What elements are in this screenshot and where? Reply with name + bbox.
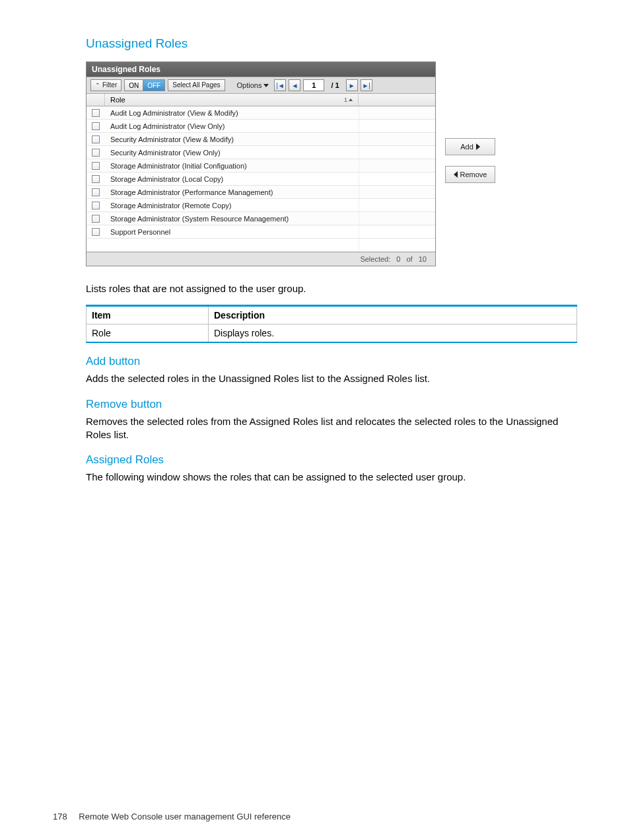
add-button-label: Add (460, 143, 473, 151)
row-checkbox[interactable] (92, 215, 100, 223)
assigned-desc-text: The following window shows the roles tha… (86, 471, 577, 484)
table-row[interactable]: Storage Administrator (Local Copy) (87, 172, 435, 186)
remove-button-label: Remove (460, 171, 487, 178)
column-blank (359, 94, 435, 106)
description-table: Item Description Role Displays roles. (86, 305, 577, 343)
page-number: 178 (53, 812, 67, 821)
role-cell: Storage Administrator (Performance Manag… (105, 188, 359, 196)
page-footer: 178 Remote Web Console user management G… (53, 812, 291, 821)
select-all-pages-button[interactable]: Select All Pages (168, 79, 225, 91)
add-button[interactable]: Add (445, 138, 495, 155)
row-checkbox[interactable] (92, 135, 100, 143)
role-cell: Storage Administrator (System Resource M… (105, 215, 359, 223)
filter-off[interactable]: OFF (143, 80, 164, 91)
selected-count: 0 (396, 255, 400, 263)
th-item: Item (87, 306, 209, 325)
th-desc: Description (209, 306, 577, 325)
row-checkbox[interactable] (92, 162, 100, 170)
grid-body: Audit Log Administrator (View & Modify) … (87, 106, 435, 252)
row-checkbox[interactable] (92, 202, 100, 210)
row-checkbox[interactable] (92, 109, 100, 117)
heading-remove-button: Remove button (86, 398, 577, 411)
td-item: Role (87, 325, 209, 343)
empty-row (87, 239, 435, 252)
role-cell: Support Personnel (105, 228, 359, 236)
filter-on[interactable]: ON (125, 80, 143, 91)
table-row[interactable]: Security Administrator (View & Modify) (87, 133, 435, 146)
table-row[interactable]: Storage Administrator (Performance Manag… (87, 186, 435, 199)
table-row[interactable]: Security Administrator (View Only) (87, 146, 435, 159)
role-cell: Storage Administrator (Local Copy) (105, 175, 359, 183)
row-checkbox[interactable] (92, 188, 100, 196)
page-separator: / 1 (327, 81, 343, 89)
filter-button[interactable]: ⌃ Filter (90, 79, 122, 91)
options-menu[interactable]: Options (234, 81, 272, 89)
table-row[interactable]: Storage Administrator (System Resource M… (87, 212, 435, 225)
grid-header: Role 1 (87, 94, 435, 106)
column-role[interactable]: Role 1 (105, 94, 359, 106)
transfer-buttons: Add Remove (445, 138, 495, 183)
doc-table-row: Role Displays roles. (87, 325, 577, 343)
panel-footer: Selected: 0 of 10 (87, 252, 435, 266)
row-checkbox[interactable] (92, 228, 100, 236)
row-checkbox[interactable] (92, 122, 100, 130)
role-cell: Security Administrator (View & Modify) (105, 135, 359, 143)
options-label: Options (237, 81, 262, 89)
sort-indicator: 1 (344, 96, 353, 103)
remove-desc-text: Removes the selected roles from the Assi… (86, 415, 577, 442)
filter-label: Filter (102, 81, 117, 90)
heading-assigned-roles: Assigned Roles (86, 453, 577, 467)
filter-toggle[interactable]: ON OFF (124, 79, 165, 91)
total-count: 10 (419, 255, 427, 263)
column-role-label: Role (110, 96, 125, 104)
heading-unassigned-roles: Unassigned Roles (86, 36, 577, 51)
panel-toolbar: ⌃ Filter ON OFF Select All Pages Options… (87, 77, 435, 94)
dropdown-icon (263, 84, 269, 87)
td-desc: Displays roles. (209, 325, 577, 343)
remove-button[interactable]: Remove (445, 166, 495, 183)
heading-add-button: Add button (86, 355, 577, 368)
header-checkbox-cell (87, 94, 105, 106)
role-cell: Storage Administrator (Initial Configuat… (105, 162, 359, 170)
table-row[interactable]: Support Personnel (87, 225, 435, 239)
page-last-button[interactable]: ►| (361, 79, 372, 91)
of-label: of (407, 255, 413, 263)
page-current-input[interactable]: 1 (303, 79, 324, 91)
row-checkbox[interactable] (92, 149, 100, 157)
triangle-left-icon (454, 171, 458, 178)
page-first-button[interactable]: |◄ (274, 79, 286, 91)
sort-asc-icon (349, 98, 353, 101)
page-next-button[interactable]: ► (346, 79, 358, 91)
table-row[interactable]: Storage Administrator (Remote Copy) (87, 199, 435, 212)
panel-title: Unassigned Roles (87, 62, 435, 77)
lists-roles-text: Lists roles that are not assigned to the… (86, 282, 577, 295)
table-row[interactable]: Storage Administrator (Initial Configuat… (87, 159, 435, 172)
triangle-right-icon (476, 143, 480, 150)
table-row[interactable]: Audit Log Administrator (View Only) (87, 120, 435, 133)
row-checkbox[interactable] (92, 175, 100, 183)
role-cell: Storage Administrator (Remote Copy) (105, 202, 359, 210)
selected-label: Selected: (360, 255, 390, 263)
role-cell: Security Administrator (View Only) (105, 149, 359, 157)
role-cell: Audit Log Administrator (View Only) (105, 122, 359, 130)
unassigned-roles-panel: Unassigned Roles ⌃ Filter ON OFF Select … (86, 61, 436, 266)
chevron-up-icon: ⌃ (95, 81, 100, 90)
table-row[interactable]: Audit Log Administrator (View & Modify) (87, 106, 435, 120)
role-cell: Audit Log Administrator (View & Modify) (105, 109, 359, 117)
page-prev-button[interactable]: ◄ (289, 79, 300, 91)
page-footer-text: Remote Web Console user management GUI r… (79, 812, 291, 821)
add-desc-text: Adds the selected roles in the Unassigne… (86, 372, 577, 385)
